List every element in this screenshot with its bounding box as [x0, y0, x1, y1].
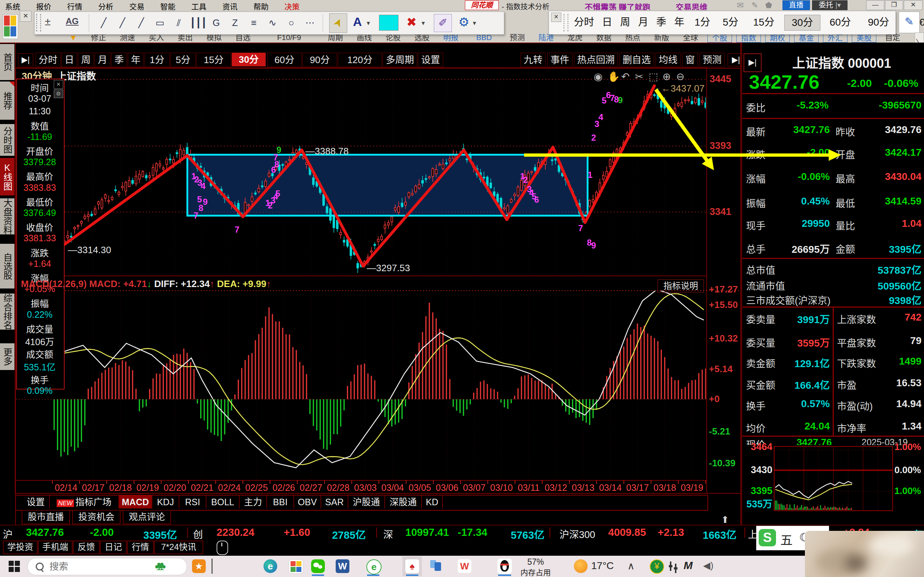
period-window-item-月[interactable]: 月 [636, 15, 651, 30]
word-icon[interactable]: W [336, 559, 349, 573]
period-tab-30分[interactable]: 30分 [232, 53, 266, 66]
indicator-tab-OBV[interactable]: OBV [294, 495, 321, 508]
delete-tool-caret[interactable]: ▾ [422, 19, 425, 27]
draw-tool-icon-6[interactable]: G [208, 15, 224, 31]
period-tab-15分[interactable]: 15分 [196, 53, 231, 67]
indicator-tab-指标广场[interactable]: NEW指标广场 [50, 495, 119, 508]
close-period-window[interactable]: ✕ [551, 13, 561, 22]
sidebar-item-大盘资料[interactable]: 大盘资料 [0, 198, 15, 234]
mouse-icon[interactable] [216, 541, 228, 555]
draw-tool-icon-0[interactable]: ╱ [96, 15, 111, 31]
stream-tab-观点评论[interactable]: 观点评论 [123, 510, 171, 524]
sidebar-item-分时图[interactable]: 分时图 [0, 124, 15, 156]
ag-tool-icon[interactable]: AG [66, 16, 79, 26]
draw-tool-icon-4[interactable]: ⫽ [171, 15, 186, 31]
weather-icon[interactable] [574, 559, 588, 573]
start-button[interactable] [9, 561, 20, 572]
clothes-icon[interactable]: ⬟ [765, 1, 772, 10]
period-tab-日[interactable]: 日 [61, 53, 77, 67]
mixer-icon[interactable] [668, 560, 680, 572]
entrust-button[interactable]: 委托|▾ [812, 0, 848, 10]
color-swatch[interactable] [379, 15, 399, 31]
period-tab-5分[interactable]: 5分 [170, 53, 195, 67]
volume-icon[interactable]: ◀) [703, 560, 714, 571]
draw-tool-icon-2[interactable]: ╱ [134, 15, 149, 31]
draw-tool-icon-11[interactable]: ⋯ [302, 15, 318, 31]
link-tab-日记[interactable]: 日记 [100, 541, 127, 554]
settings-gear-icon[interactable]: ⚙ [459, 15, 469, 29]
draw-tool-icon-5[interactable]: ┃┃┃ [190, 15, 205, 31]
period-window-item-年[interactable]: 年 [672, 15, 687, 30]
tool-tab-均线[interactable]: 均线 [656, 53, 681, 67]
draw-tool-icon-7[interactable]: Z [228, 15, 242, 31]
minimize-button[interactable]: — [866, 0, 884, 10]
period-tab-设置[interactable]: 设置 [418, 53, 443, 67]
link-tab-手机端[interactable]: 手机端 [38, 541, 73, 554]
tray-chevron-icon[interactable]: ∧ [627, 560, 635, 572]
period-window-item-分时[interactable]: 分时 [571, 15, 597, 30]
period-tab-月[interactable]: 月 [95, 53, 110, 67]
sidebar-item-推荐[interactable]: 推荐 [0, 82, 15, 120]
indicator-help-button[interactable]: 指标说明 [657, 279, 704, 292]
period-window-item-30分[interactable]: 30分 [784, 15, 821, 31]
brush-tool-icon[interactable]: ✐ [434, 14, 452, 32]
ime-mode-label[interactable]: 五 [780, 530, 793, 548]
pan-icon[interactable]: ✋ [607, 71, 620, 82]
eye-icon[interactable]: ◉ [594, 71, 603, 82]
tool-tab-九转[interactable]: 九转 [520, 53, 546, 67]
period-window-item-5分[interactable]: 5分 [718, 15, 743, 30]
indicator-tab-MACD[interactable]: MACD [119, 495, 152, 508]
period-tab-90分[interactable]: 90分 [302, 53, 337, 67]
period-tab-多周期[interactable]: 多周期 [383, 53, 417, 67]
indicator-tab-KD[interactable]: KD [422, 495, 443, 508]
search-input[interactable] [49, 561, 137, 573]
jump-start-icon[interactable]: ▶| [18, 53, 33, 66]
wechat-icon[interactable] [311, 559, 325, 573]
link-tab-学投资[interactable]: 学投资 [3, 541, 37, 554]
panel-collapse-icon[interactable]: ▶| [743, 53, 762, 72]
jump-end-icon[interactable]: ▶| [728, 53, 744, 66]
sogou-icon[interactable]: S [759, 529, 776, 546]
close-side-button[interactable]: ✕ [20, 11, 31, 22]
mail-icon[interactable]: ✉ [737, 1, 743, 10]
coin-icon[interactable]: ¥ [650, 559, 664, 574]
link-tab-7*24快讯[interactable]: 7*24快讯 [154, 541, 203, 554]
live-button[interactable]: 直播 [782, 0, 810, 10]
sidebar-item-更多[interactable]: 更多 [0, 343, 15, 370]
pointer-tool-icon[interactable]: ➤ [329, 13, 347, 33]
draw-tool-icon-1[interactable]: ╱ [115, 15, 130, 31]
search-box[interactable]: ♣♣ [27, 558, 187, 575]
collapse-up-button[interactable]: ⬆ [717, 514, 733, 526]
undo-icon[interactable]: ↶ [621, 71, 630, 82]
zoom-out-icon[interactable]: ⊖ [676, 71, 684, 82]
indicator-tab-主力[interactable]: 主力 [240, 495, 267, 508]
indicator-tab-SAR[interactable]: SAR [321, 495, 348, 508]
trend-adjust-icon[interactable]: ± [45, 16, 50, 28]
draw-tool-icon-9[interactable]: ∿ [265, 15, 280, 31]
sidebar-item-综合排名[interactable]: 综合排名 [0, 293, 15, 330]
text-tool-icon[interactable]: A [353, 15, 362, 29]
edit-caret[interactable]: ▾ [920, 19, 922, 26]
wps-icon[interactable]: W [458, 559, 472, 573]
grip-handle[interactable] [564, 14, 569, 31]
delete-tool-icon[interactable]: ✖ [406, 15, 417, 29]
period-window-item-15分[interactable]: 15分 [746, 15, 782, 30]
period-tab-季[interactable]: 季 [111, 53, 127, 67]
draw-tool-icon-10[interactable]: ○ [284, 15, 299, 31]
indicator-tab-设置[interactable]: 设置 [23, 495, 50, 508]
text-tool-caret[interactable]: ▾ [367, 19, 370, 27]
indicator-tab-深股通[interactable]: 深股通 [385, 495, 422, 508]
zoom-in-icon[interactable]: ⊕ [662, 71, 670, 82]
period-window-item-90分[interactable]: 90分 [861, 15, 896, 30]
period-window-item-季[interactable]: 季 [654, 15, 669, 30]
edge-icon[interactable]: e [263, 559, 277, 573]
draw-tool-icon-3[interactable]: ▭ [152, 15, 168, 31]
star-app-icon[interactable]: ★ [192, 559, 206, 573]
period-tab-年[interactable]: 年 [128, 53, 144, 67]
period-tab-120分[interactable]: 120分 [338, 53, 382, 67]
indicator-tab-沪股通[interactable]: 沪股通 [348, 495, 385, 508]
game-icon[interactable]: ♠ [405, 559, 419, 573]
tool-tab-窗[interactable]: 窗 [682, 53, 698, 67]
lock-icon[interactable]: ⬚ [649, 71, 658, 82]
period-tab-分时[interactable]: 分时 [36, 53, 61, 67]
